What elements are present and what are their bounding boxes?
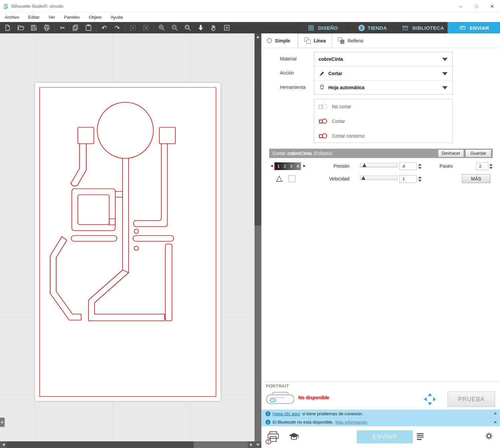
tab-linea[interactable]: Línea: [298, 33, 332, 48]
herramienta-dropdown[interactable]: Hoja automática: [314, 80, 452, 94]
pases-spinner[interactable]: [489, 162, 493, 170]
chevron-down-icon: [442, 86, 448, 90]
design-canvas[interactable]: [0, 33, 255, 441]
zoom-selection-icon[interactable]: [184, 24, 192, 32]
menu-editar[interactable]: Editar: [28, 15, 39, 20]
maximize-button[interactable]: □: [469, 0, 484, 13]
presion-slider[interactable]: [360, 163, 397, 167]
tab-biblioteca[interactable]: BIBLIOTECA: [397, 22, 448, 33]
tutorials-cap-icon[interactable]: [288, 432, 300, 443]
menu-ver[interactable]: Ver: [48, 15, 55, 20]
zoom-out-icon[interactable]: [171, 24, 179, 32]
velocidad-value[interactable]: 1: [399, 175, 417, 183]
job-queue-icon[interactable]: [417, 433, 424, 440]
connection-notification: i Haga clic aquí si tiene problemas de c…: [262, 410, 500, 418]
menu-paneles[interactable]: Paneles: [64, 15, 80, 20]
new-document-icon[interactable]: [4, 24, 12, 32]
undo-icon[interactable]: ↶: [100, 24, 108, 32]
blade-depth-right-arrow[interactable]: ►: [303, 164, 306, 168]
blade-depth-indicator[interactable]: 1 2 3 4: [274, 162, 301, 170]
horizontal-scrollbar[interactable]: [0, 441, 255, 448]
close-icon[interactable]: ✕: [494, 411, 497, 416]
redo-icon[interactable]: ↷: [113, 24, 121, 32]
panel-mode-bar: Simple Línea Relleno: [262, 33, 500, 48]
cut-icon[interactable]: ✂: [58, 24, 66, 32]
pan-icon[interactable]: [210, 24, 218, 32]
velocidad-slider[interactable]: [360, 176, 397, 180]
gear-icon[interactable]: [485, 432, 493, 441]
scroll-left-arrow[interactable]: [0, 441, 7, 448]
tab-relleno-label: Relleno: [347, 38, 363, 43]
paste-icon[interactable]: [85, 24, 93, 32]
zoom-in-icon[interactable]: [158, 24, 166, 32]
copy-icon[interactable]: [71, 24, 79, 32]
main-area: Simple Línea Relleno Material Acción Her…: [0, 33, 500, 448]
vertical-scrollbar[interactable]: [255, 33, 261, 448]
presion-spinner[interactable]: [418, 162, 422, 170]
move-arrows-icon[interactable]: [424, 393, 436, 407]
pases-value[interactable]: 2: [476, 162, 488, 170]
divider: [262, 382, 500, 382]
deselect-icon[interactable]: [142, 24, 150, 32]
option-no-cortar[interactable]: No cortar: [314, 99, 452, 114]
close-icon[interactable]: ✕: [494, 420, 497, 425]
fit-to-window-icon[interactable]: [223, 24, 231, 32]
chevron-down-icon: [442, 58, 448, 61]
guardar-button[interactable]: Guardar: [465, 149, 491, 157]
mas-button[interactable]: MÁS: [462, 174, 490, 183]
menu-objeto[interactable]: Objeto: [89, 15, 102, 20]
diseno-grid-icon: [307, 24, 315, 32]
deshacer-button[interactable]: Deshacer: [438, 149, 464, 157]
info-icon: i: [266, 411, 271, 416]
blade-number: 4: [297, 164, 299, 169]
menu-archivo[interactable]: Archivo: [5, 15, 19, 20]
enviar-machine-icon: [459, 24, 467, 32]
bluetooth-info-link[interactable]: Más información: [335, 420, 367, 425]
blade-depth-left-arrow[interactable]: ◄: [270, 164, 274, 168]
canvas-column: [0, 33, 261, 448]
send-panel: Simple Línea Relleno Material Acción Her…: [261, 33, 500, 448]
material-dropdown[interactable]: cobreCinta: [314, 52, 452, 66]
tab-diseno[interactable]: DISEÑO: [297, 22, 347, 33]
scroll-right-arrow[interactable]: [248, 441, 255, 448]
print-icon[interactable]: [43, 24, 51, 32]
tab-diseno-label: DISEÑO: [318, 25, 338, 31]
open-icon[interactable]: [17, 24, 25, 32]
herramienta-label: Herramienta: [280, 85, 306, 90]
menu-ayuda[interactable]: Ayuda: [111, 15, 123, 20]
cut-shapes-icon: [318, 118, 328, 125]
design-page[interactable]: [35, 83, 220, 401]
zoom-drawing-icon[interactable]: [197, 24, 205, 32]
horizontal-scroll-thumb[interactable]: [7, 441, 194, 448]
connection-help-link[interactable]: Haga clic aquí: [273, 411, 300, 416]
presion-value[interactable]: 4: [399, 162, 417, 170]
tab-enviar-label: ENVIAR: [470, 25, 489, 31]
tab-enviar[interactable]: ENVIAR: [448, 22, 500, 33]
device-queue-printer[interactable]: 1: [267, 431, 280, 444]
tab-relleno[interactable]: Relleno: [332, 33, 369, 48]
option-cortar[interactable]: Cortar: [314, 114, 452, 129]
velocidad-slider-thumb[interactable]: [361, 176, 365, 180]
panel-expander[interactable]: [0, 418, 5, 427]
enviar-button[interactable]: ENVIAR: [357, 430, 413, 443]
save-icon[interactable]: [30, 24, 38, 32]
presion-slider-thumb[interactable]: [362, 163, 366, 167]
velocidad-spinner[interactable]: [418, 175, 422, 183]
close-button[interactable]: ✕: [484, 0, 500, 13]
blade-angle-icon: [275, 175, 283, 184]
accion-dropdown[interactable]: Cortar: [314, 66, 452, 80]
auto-blade-icon: [319, 84, 325, 91]
tab-tienda[interactable]: S TIENDA: [347, 22, 397, 33]
cut-edge-icon: [318, 133, 328, 139]
scroll-up-arrow[interactable]: [255, 33, 261, 40]
toolbar: ✂ ↶ ↷ DISEÑO S TIENDA BIBLIOTECA: [0, 22, 500, 33]
option-cortar-contorno[interactable]: Cortar contorno: [314, 129, 452, 143]
simple-radio[interactable]: [267, 38, 272, 43]
scroll-down-arrow[interactable]: [255, 441, 261, 448]
vertical-scroll-thumb[interactable]: [255, 40, 261, 226]
window-title: Silhouette Studio®: circuito: [11, 4, 63, 9]
prueba-button[interactable]: PRUEBA: [448, 392, 495, 407]
line-color-swatch[interactable]: [289, 175, 295, 182]
select-all-icon[interactable]: [129, 24, 137, 32]
minimize-button[interactable]: –: [453, 0, 469, 13]
